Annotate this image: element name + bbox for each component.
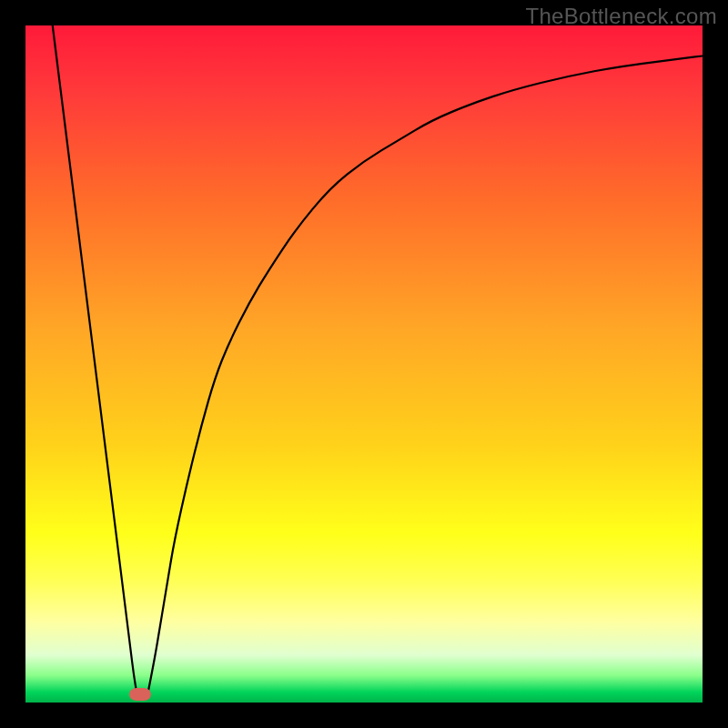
plot-area [25,25,703,703]
minimum-marker [129,688,151,701]
curve-layer [25,25,703,703]
watermark-text: TheBottleneck.com [525,4,717,29]
curve-right-branch [147,56,703,695]
chart-frame: TheBottleneck.com [0,0,728,728]
curve-left-branch [53,25,137,696]
